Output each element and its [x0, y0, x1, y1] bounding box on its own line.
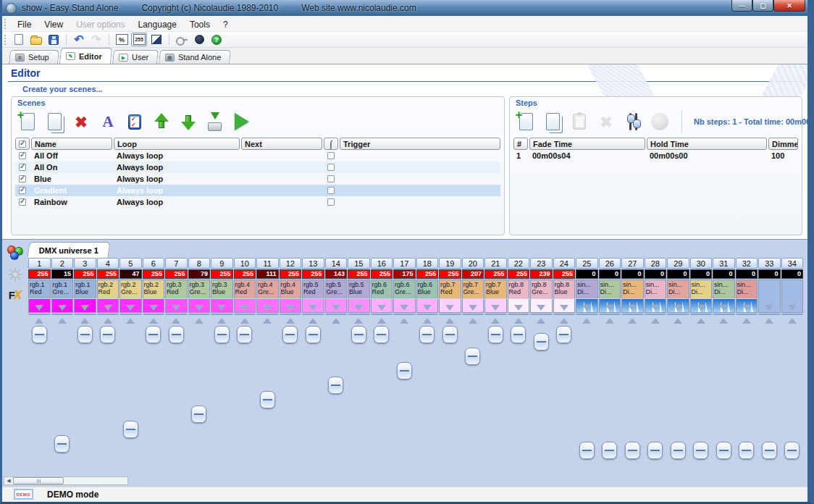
fader-down-arrow[interactable]: [491, 305, 500, 311]
channel-fader[interactable]: [621, 314, 644, 315]
fader-thumb[interactable]: [488, 326, 503, 343]
channel-fader[interactable]: [508, 314, 530, 315]
fader-down-arrow[interactable]: [172, 305, 180, 311]
channel-fader[interactable]: [462, 314, 484, 315]
fader-thumb[interactable]: [146, 326, 161, 343]
channel-fader[interactable]: [530, 314, 553, 315]
fader-down-arrow[interactable]: [263, 305, 272, 311]
new-step-icon[interactable]: +: [516, 110, 536, 133]
close-button[interactable]: ✕: [773, 0, 805, 12]
fader-down-arrow[interactable]: [605, 305, 614, 311]
scene-row-gradient[interactable]: Gradient Always loop: [15, 185, 500, 196]
channel-fader[interactable]: [667, 314, 689, 315]
fader-up-arrow[interactable]: [354, 318, 363, 324]
fader-down-arrow[interactable]: [674, 305, 682, 311]
channel-fader[interactable]: [736, 314, 758, 315]
fader-thumb[interactable]: [647, 442, 663, 459]
fader-up-arrow[interactable]: [582, 318, 591, 324]
scene-enabled-checkbox[interactable]: [19, 164, 26, 171]
new-scene-icon[interactable]: +: [17, 110, 38, 133]
channel-fader[interactable]: [393, 314, 416, 315]
horizontal-scrollbar[interactable]: ◀: [4, 476, 128, 485]
fader-up-arrow[interactable]: [765, 318, 773, 324]
menu-language[interactable]: Language: [132, 17, 183, 32]
menu-?[interactable]: ?: [217, 17, 235, 32]
channel-fader[interactable]: [280, 314, 302, 315]
channel-fader[interactable]: [645, 314, 667, 315]
fader-thumb[interactable]: [77, 326, 93, 343]
fader-thumb[interactable]: [602, 442, 617, 459]
move-down-icon[interactable]: [178, 110, 198, 133]
fader-up-arrow[interactable]: [263, 318, 272, 324]
channel-fader[interactable]: [416, 314, 439, 315]
fader-down-arrow[interactable]: [560, 305, 568, 311]
fader-up-arrow[interactable]: [35, 318, 43, 324]
channel-fader[interactable]: [758, 314, 781, 315]
rename-scene-icon[interactable]: A: [98, 110, 118, 133]
col-fade-time[interactable]: Fade Time: [529, 138, 645, 150]
scene-enabled-checkbox[interactable]: [19, 187, 26, 194]
fader-up-arrow[interactable]: [58, 318, 67, 324]
fader-thumb[interactable]: [442, 326, 458, 343]
fader-down-arrow[interactable]: [58, 305, 67, 311]
fader-thumb[interactable]: [169, 326, 184, 343]
play-scene-icon[interactable]: [232, 110, 252, 133]
col-dimmer[interactable]: Dimmer: [768, 138, 798, 150]
fader-up-arrow[interactable]: [719, 318, 728, 324]
fader-down-arrow[interactable]: [377, 305, 386, 311]
channel-fader[interactable]: [234, 314, 256, 315]
tab-setup[interactable]: ⚙ Setup: [9, 50, 59, 64]
fader-thumb[interactable]: [351, 326, 366, 343]
channel-fader[interactable]: [439, 314, 461, 315]
value-255-display-icon[interactable]: 255: [131, 33, 147, 46]
channel-fader[interactable]: [325, 314, 348, 315]
fader-up-arrow[interactable]: [788, 318, 797, 324]
maximize-button[interactable]: ▢: [752, 0, 773, 12]
fader-thumb[interactable]: [784, 442, 800, 459]
import-scene-icon[interactable]: [205, 110, 225, 133]
fader-up-arrow[interactable]: [80, 318, 89, 324]
fader-down-arrow[interactable]: [697, 305, 705, 311]
fader-up-arrow[interactable]: [217, 318, 226, 324]
fader-down-arrow[interactable]: [537, 305, 545, 311]
channel-fader[interactable]: [576, 314, 598, 315]
fader-down-arrow[interactable]: [469, 305, 477, 311]
channel-fader[interactable]: [97, 314, 119, 315]
fader-up-arrow[interactable]: [423, 318, 432, 324]
fader-up-arrow[interactable]: [537, 318, 545, 324]
fader-down-arrow[interactable]: [582, 305, 591, 311]
fader-down-arrow[interactable]: [765, 305, 773, 311]
fader-up-arrow[interactable]: [286, 318, 295, 324]
move-up-icon[interactable]: [151, 110, 172, 133]
tab-user[interactable]: ▶ User: [112, 50, 159, 64]
new-file-icon[interactable]: [11, 33, 27, 46]
scene-fade-checkbox[interactable]: [327, 187, 335, 194]
fader-up-arrow[interactable]: [605, 318, 614, 324]
fader-down-arrow[interactable]: [286, 305, 295, 311]
key-icon[interactable]: [174, 33, 190, 46]
menu-file[interactable]: File: [11, 17, 38, 32]
tab-stand-alone[interactable]: ▦ Stand Alone: [159, 50, 231, 64]
fader-thumb[interactable]: [306, 326, 321, 343]
fader-up-arrow[interactable]: [445, 318, 454, 324]
channel-fader[interactable]: [599, 314, 621, 315]
channel-fader[interactable]: [690, 314, 713, 315]
channel-fader[interactable]: [74, 314, 96, 315]
channel-fader[interactable]: [781, 314, 804, 315]
fader-down-arrow[interactable]: [149, 305, 158, 311]
channel-fader[interactable]: [713, 314, 735, 315]
fader-down-arrow[interactable]: [719, 305, 728, 311]
menu-tools[interactable]: Tools: [183, 17, 217, 32]
channel-fader[interactable]: [553, 314, 576, 315]
fader-up-arrow[interactable]: [742, 318, 751, 324]
delete-scene-icon[interactable]: ✖: [71, 110, 91, 133]
fader-thumb[interactable]: [511, 326, 526, 343]
channel-fader[interactable]: [51, 314, 74, 315]
fader-down-arrow[interactable]: [445, 305, 454, 311]
fader-thumb[interactable]: [100, 326, 115, 343]
fader-up-arrow[interactable]: [309, 318, 317, 324]
fader-down-arrow[interactable]: [628, 305, 637, 311]
fader-up-arrow[interactable]: [651, 318, 660, 324]
fader-up-arrow[interactable]: [400, 318, 408, 324]
fader-up-arrow[interactable]: [560, 318, 568, 324]
